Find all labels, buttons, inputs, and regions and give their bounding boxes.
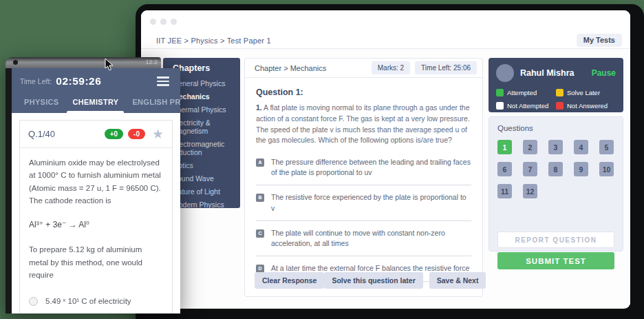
user-name: Rahul Mishra	[520, 68, 575, 78]
question-card-header: Chapter > Mechanics Marks: 2 Time Left: …	[245, 59, 482, 78]
sidebar-item-nature-of-light[interactable]: Nature of Light	[173, 187, 236, 196]
option-c-badge: C	[256, 229, 264, 238]
browser-window: IIT JEE > Physics > Test Paper 1 My Test…	[141, 10, 630, 309]
pause-button[interactable]: Pause	[592, 68, 616, 78]
divider	[256, 185, 471, 185]
minus-score-badge: -0	[128, 129, 145, 139]
question-cell-9[interactable]: 9	[574, 162, 588, 176]
hamburger-menu-icon[interactable]	[157, 74, 169, 88]
sidebar-title: Chapters	[173, 63, 236, 73]
tab-physics[interactable]: PHYSICS	[17, 92, 65, 113]
sidebar-item-mechanics[interactable]: Mechanics	[173, 92, 236, 101]
profile-card: Rahul Mishra Pause Attempted Solve Later	[489, 58, 623, 112]
phone-bezel: 12:2	[6, 57, 161, 68]
sidebar-item-electromagnetic-induction[interactable]: Electromagnetic Induction	[173, 140, 236, 156]
legend-solve-later: Solve Later	[556, 89, 616, 96]
mouse-cursor	[105, 58, 114, 74]
window-dot-icon[interactable]	[171, 19, 177, 25]
question-number: 1.	[256, 103, 262, 112]
solve-later-swatch-icon	[556, 89, 564, 96]
option-a-badge: A	[256, 158, 264, 167]
window-dot-icon[interactable]	[160, 19, 167, 25]
questions-panel: Questions 1 2 3 4 5 6 7 8 9 10 11 12	[489, 116, 623, 251]
question-cell-7[interactable]: 7	[523, 162, 537, 176]
question-cell-12[interactable]: 12	[523, 184, 537, 198]
question-cell-8[interactable]: 8	[548, 162, 563, 176]
phone-question-text-2: To prepare 5.12 kg of aluminium metal by…	[20, 229, 172, 282]
tab-chemistry[interactable]: CHEMISTRY	[65, 92, 125, 113]
avatar	[496, 64, 514, 82]
question-card: Chapter > Mechanics Marks: 2 Time Left: …	[244, 58, 483, 297]
browser-window-frame: IIT JEE > Physics > Test Paper 1 My Test…	[136, 4, 644, 319]
chapter-path: Chapter > Mechanics	[255, 64, 326, 72]
timer-value: 02:59:26	[56, 75, 101, 88]
subject-tabs: PHYSICS CHEMISTRY ENGLISH PROFICIENCY	[12, 90, 180, 113]
legend-not-answered: Not Answered	[556, 102, 616, 110]
question-cell-2[interactable]: 2	[523, 140, 537, 154]
time-left-badge: Time Left: 25:06	[415, 61, 477, 74]
question-cell-4[interactable]: 4	[574, 140, 588, 154]
not-answered-swatch-icon	[556, 102, 564, 110]
camera-icon	[13, 60, 18, 65]
browser-content: Chapters General Physics Mechanics Therm…	[141, 49, 630, 308]
tab-english-proficiency[interactable]: ENGLISH PROFICIENCY	[125, 92, 180, 113]
submit-test-button[interactable]: SUBMIT TEST	[497, 252, 614, 269]
sidebar-item-modern-physics[interactable]: Modern Physics	[173, 200, 236, 208]
right-panel: Rahul Mishra Pause Attempted Solve Later	[489, 58, 623, 251]
question-text: 1. A flat plate is moving normal to its …	[256, 103, 471, 146]
window-dot-icon[interactable]	[150, 19, 156, 25]
divider	[256, 256, 471, 256]
question-cell-6[interactable]: 6	[497, 162, 512, 176]
question-cell-1[interactable]: 1	[497, 140, 512, 154]
question-actions: Clear Response Solve this question later…	[255, 272, 473, 289]
phone-body: Q.1/40 +0 -0 ★ Aluminium oxide may be el…	[12, 113, 180, 314]
sidebar-item-electricity-magnetism[interactable]: Electricity & Magnetism	[173, 119, 236, 135]
attempted-swatch-icon	[496, 89, 504, 96]
not-attempted-swatch-icon	[496, 102, 504, 110]
sidebar-item-sound-wave[interactable]: Sound Wave	[173, 174, 236, 183]
bookmark-star-icon[interactable]: ★	[152, 127, 164, 141]
phone-question-header: Q.1/40 +0 -0 ★	[20, 121, 172, 148]
question-cell-11[interactable]: 11	[497, 184, 512, 198]
phone-screen: Time Left: 02:59:26 PHYSICS CHEMISTRY EN…	[6, 68, 180, 313]
marks-badge: Marks: 2	[372, 61, 410, 74]
phone-mockup: 12:2 Time Left: 02:59:26 PHYSICS CHEMIST…	[6, 57, 180, 313]
option-a[interactable]: A The pressure difference between the le…	[256, 157, 471, 178]
option-b[interactable]: B The resistive force experienced by the…	[256, 192, 471, 213]
phone-header: Time Left: 02:59:26	[12, 68, 180, 90]
phone-question-card: Q.1/40 +0 -0 ★ Aluminium oxide may be el…	[19, 120, 173, 314]
questions-grid: 1 2 3 4 5 6 7 8 9 10 11 12	[497, 140, 614, 198]
solve-later-button[interactable]: Solve this question later	[324, 272, 422, 289]
divider	[256, 220, 471, 221]
phone-option-1[interactable]: 5.49 ˣ 10¹ C of electricity	[20, 282, 172, 306]
question-counter: Q.1/40	[28, 129, 55, 139]
phone-question-text: Aluminium oxide may be electrolysed at 1…	[20, 148, 172, 208]
breadcrumb[interactable]: IIT JEE > Physics > Test Paper 1	[156, 37, 271, 45]
sidebar-item-optics[interactable]: Optics	[173, 161, 236, 169]
option-c[interactable]: C The plate will continue to move with c…	[256, 228, 471, 249]
question-cell-10[interactable]: 10	[599, 162, 614, 176]
time-left-label: Time Left:	[20, 77, 52, 85]
option-b-badge: B	[256, 194, 264, 202]
questions-panel-title: Questions	[497, 124, 614, 132]
question-cell-5[interactable]: 5	[599, 140, 614, 154]
question-title: Question 1:	[256, 88, 471, 97]
window-titlebar	[141, 10, 630, 32]
status-time: 12:2	[145, 59, 158, 65]
legend-not-attempted: Not Attempted	[496, 102, 556, 110]
status-legend: Attempted Solve Later Not Attempted	[496, 89, 616, 110]
plus-score-badge: +0	[105, 129, 123, 139]
save-next-button[interactable]: Save & Next	[429, 272, 486, 289]
radio-button-icon[interactable]	[29, 297, 38, 306]
sidebar-item-general-physics[interactable]: General Physics	[173, 79, 236, 88]
sidebar-item-thermal-physics[interactable]: Thermal Physics	[173, 105, 236, 114]
cathode-reaction-formula: Al³⁺ + 3e⁻ → Al⁰	[20, 207, 172, 229]
options-list: A The pressure difference between the le…	[256, 157, 471, 282]
my-tests-button[interactable]: My Tests	[577, 34, 622, 47]
legend-attempted: Attempted	[496, 89, 556, 96]
question-cell-3[interactable]: 3	[548, 140, 563, 154]
clear-response-button[interactable]: Clear Response	[255, 272, 324, 289]
breadcrumb-bar: IIT JEE > Physics > Test Paper 1 My Test…	[141, 32, 630, 49]
report-question-button[interactable]: REPORT QUESTION	[497, 231, 614, 248]
